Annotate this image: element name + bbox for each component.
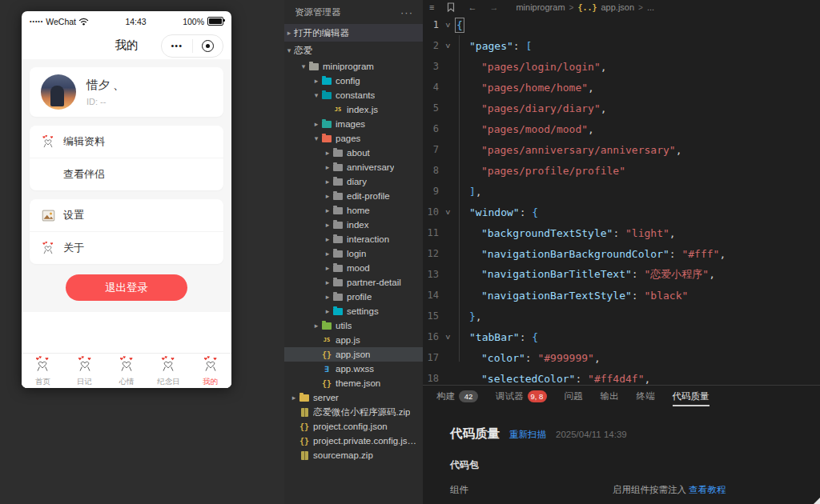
menu-item-查看伴侣[interactable]: 查看伴侣	[30, 158, 223, 190]
back-arrow-icon[interactable]: ←	[461, 2, 483, 12]
tree-item-edit-profile[interactable]: ▸edit-profile	[284, 189, 423, 203]
code-line-10[interactable]: 10>"window": {	[423, 202, 820, 222]
fold-chevron-icon[interactable]: >	[439, 208, 456, 217]
fold-chevron-icon[interactable]: >	[439, 333, 456, 342]
tree-item-server[interactable]: ▸server	[284, 390, 423, 405]
code-line-13[interactable]: 13"navigationBarTitleText": "恋爱小程序",	[423, 264, 820, 285]
line-number: 17	[423, 352, 439, 363]
avatar[interactable]	[41, 74, 76, 110]
tree-item-images[interactable]: ▸images	[284, 117, 423, 131]
view-tutorial-link[interactable]: 查看教程	[689, 485, 726, 494]
breadcrumb-folder[interactable]: miniprogram	[516, 2, 565, 12]
tree-item-sourcemap.zip[interactable]: sourcemap.zip	[284, 448, 423, 462]
panel-tab-调试器[interactable]: 调试器9, 8	[496, 386, 547, 406]
tree-item-login[interactable]: ▸login	[284, 246, 423, 261]
code-line-1[interactable]: 1>{	[423, 14, 820, 35]
fold-chevron-icon[interactable]: >	[439, 42, 456, 50]
panel-tab-代码质量[interactable]: 代码质量	[673, 386, 709, 406]
code-line-9[interactable]: 9],	[423, 181, 820, 202]
tree-item-about[interactable]: ▸about	[284, 146, 423, 160]
chevron-down-icon: ▾	[312, 134, 321, 142]
code-line-11[interactable]: 11"backgroundTextStyle": "light",	[423, 222, 820, 243]
folder-open-icon	[308, 62, 320, 71]
tree-item-project.config.json[interactable]: {}project.config.json	[284, 419, 423, 434]
empty-icon-slot	[41, 167, 55, 182]
tree-item-theme.json[interactable]: {}theme.json	[284, 376, 423, 390]
tree-item-label: login	[347, 249, 366, 258]
tree-item-project.private.config.js…[interactable]: {}project.private.config.js…	[284, 434, 423, 448]
user-profile-card[interactable]: 惜夕 、 ID: --	[30, 67, 223, 117]
tree-item-index[interactable]: ▸index	[284, 218, 423, 232]
tabbar-item-首页[interactable]: 首页	[22, 354, 63, 388]
breadcrumb-file[interactable]: app.json	[601, 2, 635, 12]
menu-item-关于[interactable]: 关于	[30, 231, 223, 264]
code-line-18[interactable]: 18"selectedColor": "#ff4d4f",	[423, 368, 820, 385]
explorer-title: 资源管理器	[295, 6, 341, 18]
code-line-17[interactable]: 17"color": "#999999",	[423, 347, 820, 368]
code-line-7[interactable]: 7"pages/anniversary/anniversary",	[423, 139, 820, 160]
tree-item-interaction[interactable]: ▸interaction	[284, 232, 423, 246]
code-line-3[interactable]: 3"pages/login/login",	[423, 56, 820, 77]
breadcrumb-symbol[interactable]: ...	[647, 2, 654, 12]
forward-arrow-icon[interactable]: →	[483, 2, 504, 12]
tree-item-constants[interactable]: ▾constants	[284, 88, 423, 102]
code-line-16[interactable]: 16>"tabBar": {	[423, 326, 820, 347]
code-line-6[interactable]: 6"pages/mood/mood",	[423, 118, 820, 139]
code-line-12[interactable]: 12"navigationBarBackgroundColor": "#fff"…	[423, 243, 820, 264]
folder-icon	[332, 191, 344, 201]
tree-item-app.js[interactable]: JSapp.js	[284, 333, 423, 347]
menu-icon[interactable]: ≡	[423, 2, 440, 12]
code-area[interactable]: 1>{2>"pages": [3"pages/login/login",4"pa…	[423, 14, 820, 385]
code-line-4[interactable]: 4"pages/home/home",	[423, 77, 820, 98]
code-line-14[interactable]: 14"navigationBarTextStyle": "black"	[423, 285, 820, 306]
zip-file-icon	[299, 407, 310, 417]
project-root-section[interactable]: ▾ 恋爱	[284, 42, 423, 59]
tree-item-partner-detail[interactable]: ▸partner-detail	[284, 275, 423, 290]
chevron-right-icon: ▸	[323, 278, 332, 286]
tree-item-home[interactable]: ▸home	[284, 203, 423, 218]
tree-item-app.wxss[interactable]: ∃app.wxss	[284, 362, 423, 376]
tree-item-index.js[interactable]: JSindex.js	[284, 102, 423, 117]
tree-item-config[interactable]: ▸config	[284, 74, 423, 88]
tree-item-anniversary[interactable]: ▸anniversary	[284, 160, 423, 174]
rescan-link[interactable]: 重新扫描	[509, 429, 546, 441]
tree-item-pages[interactable]: ▾pages	[284, 131, 423, 146]
user-id: ID: --	[86, 97, 125, 106]
fold-chevron-icon[interactable]: >	[439, 21, 456, 30]
bookmark-icon[interactable]	[447, 2, 455, 12]
line-number: 12	[423, 248, 439, 259]
tabbar-item-日记[interactable]: 日记	[63, 354, 105, 388]
resize-grip[interactable]	[813, 498, 820, 504]
capsule-buttons: •••	[161, 34, 223, 58]
more-button[interactable]: •••	[162, 35, 192, 57]
tree-item-utils[interactable]: ▸utils	[284, 318, 423, 333]
code-line-15[interactable]: 15},	[423, 306, 820, 326]
tree-item-settings[interactable]: ▸settings	[284, 304, 423, 318]
tree-item-app.json[interactable]: {}app.json	[284, 347, 423, 362]
code-line-2[interactable]: 2>"pages": [	[423, 35, 820, 56]
tree-item-profile[interactable]: ▸profile	[284, 290, 423, 304]
code-text: ],	[456, 186, 482, 198]
panel-tab-终端[interactable]: 终端	[637, 386, 655, 406]
panel-tab-问题[interactable]: 问题	[565, 386, 583, 406]
tree-item-diary[interactable]: ▸diary	[284, 174, 423, 189]
close-record-button[interactable]	[193, 40, 223, 52]
logout-button[interactable]: 退出登录	[66, 274, 187, 301]
tree-item-mood[interactable]: ▸mood	[284, 261, 423, 275]
tabbar-item-纪念日[interactable]: 纪念日	[147, 354, 189, 388]
open-editors-section[interactable]: ▸ 打开的编辑器	[284, 24, 423, 42]
code-quality-title: 代码质量	[450, 426, 500, 442]
chevron-right-icon: ▸	[289, 394, 299, 402]
code-line-8[interactable]: 8"pages/profile/profile"	[423, 160, 820, 181]
menu-item-编辑资料[interactable]: 编辑资料	[30, 126, 223, 158]
tabbar-item-我的[interactable]: 我的	[190, 354, 231, 388]
code-line-5[interactable]: 5"pages/diary/diary",	[423, 98, 820, 118]
tree-item-miniprogram[interactable]: ▾miniprogram	[284, 59, 423, 74]
config-folder-icon	[321, 76, 332, 86]
menu-item-设置[interactable]: 设置	[30, 199, 223, 231]
tabbar-item-心情[interactable]: 心情	[106, 354, 147, 388]
explorer-more-icon[interactable]: ···	[400, 6, 413, 18]
tree-item-恋爱微信小程序源码.zip[interactable]: 恋爱微信小程序源码.zip	[284, 405, 423, 419]
panel-tab-输出[interactable]: 输出	[601, 386, 619, 406]
panel-tab-构建[interactable]: 构建42	[436, 386, 478, 406]
